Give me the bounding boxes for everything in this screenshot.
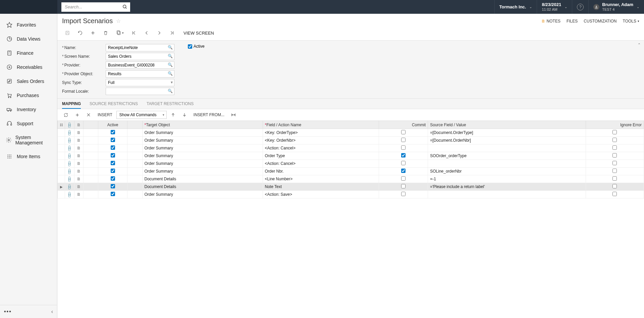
cell-commit[interactable] — [379, 137, 428, 144]
customization-button[interactable]: CUSTOMIZATION — [584, 19, 616, 24]
commit-checkbox[interactable] — [401, 138, 406, 142]
active-checkbox[interactable] — [111, 169, 115, 173]
row-handle[interactable] — [58, 137, 65, 144]
sidebar-item-dataviews[interactable]: Data Views — [0, 32, 57, 46]
cell-ignore[interactable] — [586, 175, 644, 183]
sidebar-item-favorites[interactable]: Favorites — [0, 18, 57, 32]
cell-field[interactable]: Order Type — [263, 152, 379, 160]
move-up-icon[interactable] — [168, 110, 178, 119]
cell-active[interactable] — [98, 183, 127, 191]
cell-source[interactable] — [428, 191, 586, 198]
col-source[interactable]: Source Field / Value — [428, 121, 586, 129]
active-checkbox[interactable] — [111, 145, 115, 150]
cell-commit[interactable] — [379, 144, 428, 152]
cell-commit[interactable] — [379, 191, 428, 198]
cell-target[interactable]: Document Details — [142, 183, 263, 191]
cell-note[interactable]: 🗎 — [74, 183, 83, 191]
col-note[interactable]: 🗎 — [74, 121, 83, 129]
col-attachment[interactable]: 📎 — [65, 121, 74, 129]
company-selector[interactable]: Tormach Inc. ⌄ — [494, 0, 537, 14]
cell-ignore[interactable] — [586, 129, 644, 137]
table-row[interactable]: 📎🗎Document Details<Line Number>=-1 — [58, 175, 644, 183]
cell-note[interactable]: 🗎 — [74, 160, 83, 168]
table-row[interactable]: 📎🗎Order SummaryOrder Nbr.SOLine_orderNbr — [58, 168, 644, 175]
sidebar-item-system[interactable]: System Management — [0, 131, 57, 149]
sidebar-item-finance[interactable]: Finance — [0, 46, 57, 60]
col-active[interactable]: Active — [98, 121, 127, 129]
cell-field[interactable]: <Action: Save> — [263, 191, 379, 198]
cell-active[interactable] — [98, 168, 127, 175]
col-row-handle[interactable] — [58, 121, 65, 129]
active-checkbox-wrap[interactable]: Active — [188, 44, 205, 49]
ignore-checkbox[interactable] — [612, 130, 617, 134]
tab-target-restrictions[interactable]: TARGET RESTRICTIONS — [147, 99, 194, 109]
table-row[interactable]: ▶📎🗎Document DetailsNote Text='Please inc… — [58, 183, 644, 191]
cell-source[interactable]: =[Document.OrderType] — [428, 129, 586, 137]
cell-source[interactable]: SOOrder_orderType — [428, 152, 586, 160]
cell-commit[interactable] — [379, 152, 428, 160]
col-commit[interactable]: Commit — [379, 121, 428, 129]
table-row[interactable]: 📎🗎Order Summary<Key: OrderNbr>=[Document… — [58, 137, 644, 144]
active-checkbox[interactable] — [111, 153, 115, 157]
cell-target[interactable]: Order Summary — [142, 152, 263, 160]
cell-ignore[interactable] — [586, 168, 644, 175]
last-record-icon[interactable] — [167, 28, 177, 38]
active-checkbox[interactable] — [111, 192, 115, 196]
cell-source[interactable]: =[Document.OrderNbr] — [428, 137, 586, 144]
cell-active[interactable] — [98, 191, 127, 198]
cell-commit[interactable] — [379, 129, 428, 137]
cell-ignore[interactable] — [586, 160, 644, 168]
cell-commit[interactable] — [379, 160, 428, 168]
table-row[interactable]: 📎🗎Order Summary<Key: OrderType>=[Documen… — [58, 129, 644, 137]
cell-ignore[interactable] — [586, 191, 644, 198]
row-handle[interactable] — [58, 175, 65, 183]
cell-note[interactable]: 🗎 — [74, 152, 83, 160]
row-handle[interactable] — [58, 144, 65, 152]
row-handle[interactable] — [58, 160, 65, 168]
notes-button[interactable]: 🗎NOTES — [541, 19, 560, 24]
cell-source[interactable]: ='Please include a return label' — [428, 183, 586, 191]
cell-active[interactable] — [98, 137, 127, 144]
delete-row-icon[interactable] — [84, 110, 94, 119]
col-field[interactable]: *Field / Action Name — [263, 121, 379, 129]
tools-button[interactable]: TOOLS▾ — [623, 19, 639, 24]
sidebar-item-receivables[interactable]: Receivables — [0, 60, 57, 74]
view-screen-button[interactable]: VIEW SCREEN — [183, 31, 214, 36]
cell-note[interactable]: 🗎 — [74, 144, 83, 152]
undo-icon[interactable] — [75, 28, 86, 38]
cell-active[interactable] — [98, 175, 127, 183]
active-checkbox[interactable] — [111, 184, 115, 188]
collapse-sidebar-icon[interactable]: ‹ — [51, 309, 53, 315]
prev-record-icon[interactable] — [141, 28, 152, 38]
name-input[interactable] — [106, 44, 174, 51]
cell-source[interactable] — [428, 144, 586, 152]
cell-attachment[interactable]: 📎 — [65, 191, 74, 198]
cell-ignore[interactable] — [586, 144, 644, 152]
cell-target[interactable]: Order Summary — [142, 137, 263, 144]
sidebar-item-inventory[interactable]: Inventory — [0, 102, 57, 117]
provider-object-input[interactable] — [106, 70, 174, 78]
files-button[interactable]: FILES — [567, 19, 578, 24]
search-input[interactable] — [61, 2, 130, 12]
ignore-checkbox[interactable] — [612, 184, 617, 188]
cell-active[interactable] — [98, 152, 127, 160]
commit-checkbox[interactable] — [401, 145, 406, 150]
cell-field[interactable]: <Key: OrderNbr> — [263, 137, 379, 144]
cell-active[interactable] — [98, 160, 127, 168]
active-checkbox[interactable] — [111, 161, 115, 165]
cell-source[interactable]: =-1 — [428, 175, 586, 183]
cell-note[interactable]: 🗎 — [74, 137, 83, 144]
row-handle[interactable] — [58, 191, 65, 198]
commit-checkbox[interactable] — [401, 130, 406, 134]
active-checkbox[interactable] — [188, 44, 192, 49]
cell-note[interactable]: 🗎 — [74, 191, 83, 198]
row-handle[interactable] — [58, 168, 65, 175]
provider-input[interactable] — [106, 61, 174, 69]
ignore-checkbox[interactable] — [612, 176, 617, 181]
cell-note[interactable]: 🗎 — [74, 175, 83, 183]
cell-target[interactable]: Order Summary — [142, 168, 263, 175]
table-row[interactable]: 📎🗎Order Summary<Action: Cancel> — [58, 160, 644, 168]
cell-target[interactable]: Order Summary — [142, 160, 263, 168]
cell-target[interactable]: Order Summary — [142, 191, 263, 198]
sidebar-item-more[interactable]: More Items — [0, 149, 57, 164]
